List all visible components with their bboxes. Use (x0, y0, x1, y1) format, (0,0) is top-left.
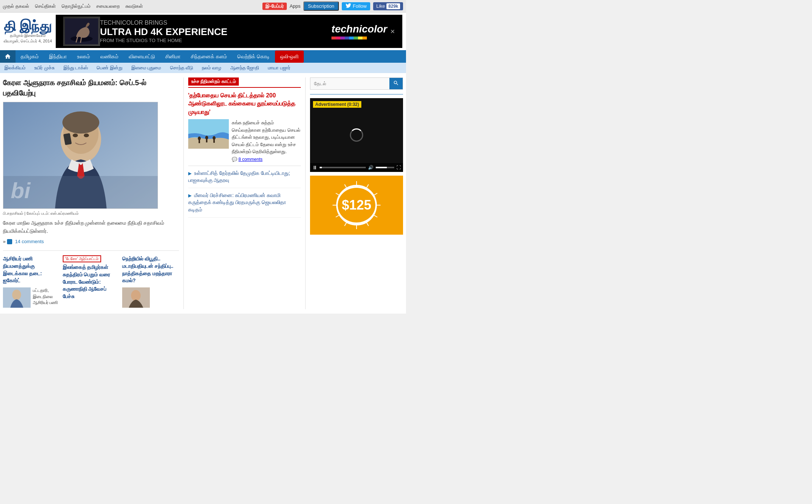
svg-point-6 (73, 134, 78, 137)
header: தி இந்து தமிழால் இணைவோம் வியாழன், செப்டம… (0, 13, 406, 50)
svg-rect-19 (199, 139, 200, 143)
section-badge-label: உச்ச நீதிமன்றம் காட்டம் (188, 77, 239, 86)
search-button[interactable] (389, 78, 403, 89)
right-divider (310, 94, 403, 94)
right-advertisement[interactable]: $125 (310, 176, 403, 235)
nav-tamilnadu[interactable]: தமிழகம் (16, 51, 44, 63)
nav-link-tech[interactable]: தொழில்நுட்பம் (62, 3, 90, 9)
mid-story-2-title[interactable]: ▶ உள்ளாட்சித் தேர்தலில் தேமுதிக போட்டியி… (188, 170, 301, 184)
mid-story-text-area: கங்க நதியைச் சுத்தம் செய்வதற்கான தற்போதை… (232, 119, 301, 162)
nav-link-taste[interactable]: சுவடுகள் (125, 3, 143, 9)
bottom-col-3: நெற்றியில் விபூதி.. மடாதிபதியுடன் சந்திப… (122, 255, 179, 309)
nav-cinema[interactable]: சினிமா (160, 51, 186, 63)
home-button[interactable] (0, 50, 16, 63)
mid-story-image (188, 119, 229, 149)
bottom-col-2: 'டேசோ' ஆர்ப்பாட்டம் இலங்கைத் தமிழர்கள் ச… (63, 255, 120, 309)
left-column: கேரள ஆளுநராக சதாசிவம் நியமனம்: செப்.5-ல்… (3, 77, 184, 309)
svg-line-35 (345, 184, 347, 188)
video-ad-label: Advertisement (0:32) (313, 101, 361, 108)
nav-business[interactable]: வணிகம் (95, 51, 124, 63)
search-input[interactable] (310, 78, 389, 89)
dollar-display: $125 (336, 186, 377, 224)
svg-line-34 (336, 193, 339, 195)
epaper-button[interactable]: இ-பேப்பர் (262, 3, 286, 10)
nav-world[interactable]: உலகம் (72, 51, 95, 63)
comment-link[interactable]: 14 comments (7, 239, 44, 244)
apps-link[interactable]: Apps (290, 3, 301, 9)
section-badge-2: 'டேசோ' ஆர்ப்பாட்டம் (63, 255, 101, 262)
video-player[interactable]: Advertisement (0:32) ⏸ 🔊 ⛶ (310, 98, 403, 172)
ad-horse-image (65, 18, 98, 44)
header-advertisement[interactable]: TECHNICOLOR BRINGS ULTRA HD 4K EXPERIENC… (56, 15, 402, 48)
svg-line-31 (345, 223, 347, 226)
mid-main-story-title[interactable]: 'தற்போதைய செயல் திட்டத்தால் 200 ஆண்டுகளி… (188, 92, 301, 116)
fullscreen-button[interactable]: ⛶ (396, 165, 401, 170)
ad-brand: technicolor (331, 23, 387, 39)
nav-multimedia[interactable]: ஒலி-ஒளி (275, 51, 304, 63)
video-progress-fill (320, 167, 322, 168)
sub-nav-hindu-talks[interactable]: இந்து டாக்ஸ் (62, 64, 90, 72)
bottom-headline-1[interactable]: ஆசிரியர் பணி நியமனத்துக்கு இடைக்கால தடை:… (3, 255, 60, 284)
mid-story-3-title[interactable]: ▶ மீனவர் பிரச்சினை: சுப்பிரமணியன் சுவாமி… (188, 192, 301, 214)
svg-text:bi: bi (11, 178, 31, 203)
middle-column: உச்ச நீதிமன்றம் காட்டம் 'தற்போதைய செயல் … (184, 77, 306, 309)
bottom-col-1: ஆசிரியர் பணி நியமனத்துக்கு இடைக்கால தடை:… (3, 255, 60, 309)
sub-nav-health[interactable]: நலம் வாழ (200, 64, 223, 72)
video-progress-bar[interactable] (320, 167, 366, 168)
ad-image (63, 17, 100, 46)
sub-nav-youth[interactable]: இளமை புதுமை (130, 64, 163, 72)
sub-nav-literature[interactable]: இலக்கியம் (3, 64, 27, 72)
read-more-arrow: » (3, 239, 6, 244)
volume-bar[interactable] (376, 167, 394, 168)
story-arrow-2: ▶ (188, 171, 192, 176)
svg-line-26 (374, 193, 378, 195)
twitter-icon (345, 3, 351, 9)
bottom-headline-2[interactable]: இலங்கைத் தமிழர்கள் சுதந்திரம் பெறும் வரை… (63, 264, 120, 300)
mid-story-thumb (188, 119, 229, 149)
nav-link-home[interactable]: முதல் தகவல் (3, 3, 29, 9)
thumb-image-1 (3, 287, 31, 308)
spinner-circle (350, 128, 363, 142)
volume-fill (376, 167, 387, 168)
svg-line-25 (367, 184, 369, 188)
close-ad-button[interactable]: ✕ (390, 28, 395, 35)
sub-nav-life[interactable]: உயிர் முச்சு (33, 64, 56, 72)
nav-opinion[interactable]: சிந்தனைக் களம் (186, 51, 232, 63)
sub-nav-jothi[interactable]: ஆனந்த ஜோதி (229, 64, 261, 72)
top-nav-links: முதல் தகவல் செய்திகள் தொழில்நுட்பம் சமைய… (3, 3, 143, 9)
right-column: Advertisement (0:32) ⏸ 🔊 ⛶ (306, 77, 403, 309)
nav-link-news[interactable]: செய்திகள் (35, 3, 56, 9)
sub-nav-women[interactable]: பெண் இன்று (95, 64, 124, 72)
nav-sports[interactable]: விளையாட்டு (124, 51, 160, 63)
bottom-headline-3[interactable]: நெற்றியில் விபூதி.. மடாதிபதியுடன் சந்திப… (122, 255, 179, 284)
comment-icon-mid: 💬 (232, 157, 237, 162)
nav-link-food[interactable]: சமையலறை (96, 3, 120, 9)
facebook-like-button[interactable]: Like 829k (373, 2, 403, 10)
dollar-circle: $125 (336, 185, 377, 225)
video-spinner (350, 128, 363, 142)
like-count: 829k (386, 3, 400, 9)
volume-icon[interactable]: 🔊 (368, 165, 374, 170)
comment-count-link[interactable]: 8 comments (238, 157, 262, 162)
bottom-thumb-1 (3, 287, 31, 308)
ad-text: TECHNICOLOR BRINGS ULTRA HD 4K EXPERIENC… (100, 20, 331, 43)
search-box (310, 77, 403, 90)
pause-button[interactable]: ⏸ (312, 165, 317, 170)
subscription-button[interactable]: Subscription (303, 1, 339, 11)
main-navigation: தமிழகம் இந்தியா உலகம் வணிகம் விளையாட்டு … (0, 50, 406, 63)
sub-nav-maya[interactable]: மாயா பஜார் (266, 64, 292, 72)
thumb-image-3 (122, 287, 150, 308)
top-bar: முதல் தகவல் செய்திகள் தொழில்நுட்பம் சமைய… (0, 0, 406, 13)
sub-nav-home[interactable]: சொந்த வீடு (169, 64, 195, 72)
svg-point-14 (131, 290, 141, 301)
mid-story-text: கங்க நதியைச் சுத்தம் செய்வதற்கான தற்போதை… (232, 119, 301, 155)
svg-line-32 (336, 215, 339, 217)
nav-india[interactable]: இந்தியா (44, 51, 72, 63)
twitter-follow-button[interactable]: Follow (342, 2, 371, 10)
logo-area: தி இந்து தமிழால் இணைவோம் வியாழன், செப்டம… (4, 19, 52, 44)
site-logo[interactable]: தி இந்து (4, 19, 52, 33)
main-article-body: கேரள மாநில ஆளுநராக உச்ச நீதிமன்ற முன்னாள… (3, 219, 179, 235)
home-icon (4, 53, 11, 60)
logo-subtitle: தமிழால் இணைவோம் (10, 33, 46, 38)
nav-success[interactable]: வெற்றிக் கொடி (232, 51, 275, 63)
